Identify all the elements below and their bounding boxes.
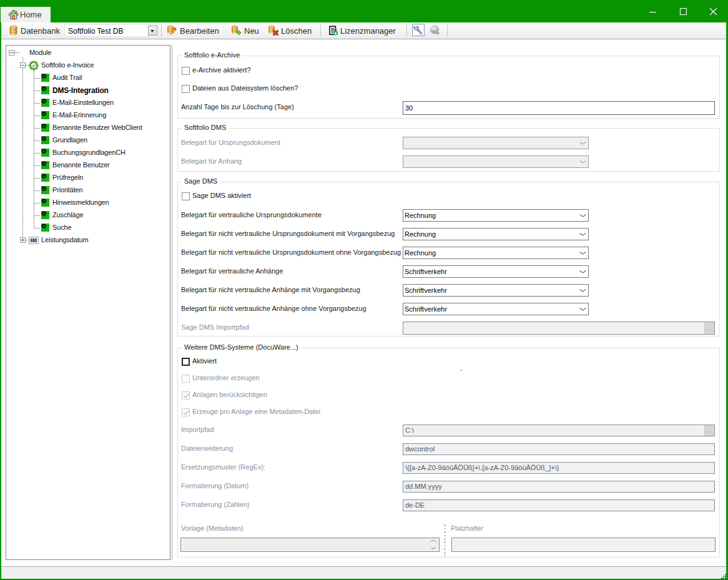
module-gear-icon	[41, 224, 49, 232]
tree-line	[26, 240, 29, 240]
toolbar-separator	[161, 24, 162, 37]
combo-sage-row-1-value: Rechnung	[405, 230, 436, 238]
tab-home[interactable]: Home	[1, 7, 51, 22]
label-sage-row-3: Belegart für vertrauliche Anhänge	[181, 267, 283, 275]
tree-expander-icon[interactable]	[20, 237, 26, 243]
tree-line	[34, 165, 40, 166]
combobox-dropdown-icon[interactable]	[148, 26, 157, 36]
checkbox-e-archive-aktiviert[interactable]	[182, 67, 190, 75]
input-dw-row-2-value: \{[a-zA-Z0-9äöüÄÖÜß]+\.[a-zA-Z0-9äöüÄÖÜß…	[405, 464, 559, 471]
einvoice-badge-icon	[29, 61, 39, 71]
input-dw-row-1-value: dwcontrol	[405, 445, 435, 453]
globe-button[interactable]	[429, 22, 441, 38]
label-dw-row-4: Formatierung (Zahlen)	[181, 501, 249, 508]
module-gear-icon	[41, 74, 49, 82]
license-manager-icon	[328, 25, 338, 36]
tree-item-priorit-ten[interactable]: Prioritäten	[0, 184, 162, 197]
checkbox-erzeuge-metadaten-datei	[182, 408, 190, 416]
vorlage-spinner[interactable]	[429, 539, 438, 552]
tree-item-buchungsgrundlagench[interactable]: BuchungsgrundlagenCH	[0, 147, 162, 159]
module-gear-icon	[41, 124, 49, 132]
module-gear-icon	[41, 99, 49, 107]
tree-item-label: Leistungsdatum	[41, 236, 89, 243]
titlebar	[0, 0, 728, 22]
tree-item-label: E-Mail-Erinnerung	[52, 111, 106, 119]
delete-database-icon	[268, 25, 278, 36]
tree-item-pr-fregeln[interactable]: Prüfregeln	[0, 172, 162, 184]
tree-item-label: Module	[29, 49, 51, 56]
label-dw-row-3: Formatierung (Datum)	[181, 482, 248, 489]
globe-icon	[429, 24, 441, 37]
tree-item-label: DMS-Integration	[52, 86, 109, 95]
label-dw-row-0: Importpfad	[181, 426, 214, 433]
tree-line	[26, 65, 29, 66]
database-combobox[interactable]: Softfolio Test DB	[64, 24, 159, 37]
module-gear-icon	[41, 74, 49, 82]
tree-item-benannte-benutzer[interactable]: Benannte Benutzer	[0, 159, 162, 172]
checkbox-aktiviert[interactable]	[182, 358, 190, 366]
combo-sage-row-0[interactable]: Rechnung	[403, 209, 589, 222]
tree-item-grundlagen[interactable]: Grundlagen	[0, 134, 162, 147]
combo-sage-row-2[interactable]: Rechnung	[403, 247, 589, 259]
checkbox-unterordner-erzeugen	[182, 375, 190, 383]
browse-button[interactable]: …	[704, 425, 714, 436]
module-gear-icon	[41, 174, 49, 182]
tree-item-softfolio-e-invoice[interactable]: Softfolio e-Invoice	[0, 59, 162, 72]
tree-item-zuschl-ge[interactable]: Zuschläge	[0, 209, 162, 222]
tree-item-e-mail-einstellungen[interactable]: E-Mail-Einstellungen	[0, 97, 162, 109]
tree-item-label: Benannte Benutzer WebClient	[52, 124, 142, 131]
maximize-button[interactable]	[674, 7, 692, 16]
tree-expander-icon[interactable]	[9, 50, 14, 56]
input-dw-row-4: de-DE	[403, 499, 715, 511]
tree-item-dms-integration[interactable]: DMS-Integration	[0, 84, 162, 97]
vertical-splitter[interactable]	[444, 524, 446, 556]
combo-sage-row-3[interactable]: Schriftverkehr	[403, 265, 589, 278]
combo-sage-row-4[interactable]: Schriftverkehr	[403, 284, 589, 297]
settings-wrench-button[interactable]	[412, 24, 425, 36]
tree-item-suche[interactable]: Suche	[0, 222, 162, 234]
combo-sage-row-5[interactable]: Schriftverkehr	[403, 303, 589, 315]
checkbox-e-archive-aktiviert-label: e-Archive aktiviert?	[192, 66, 251, 74]
chevron-down-icon	[580, 270, 586, 274]
bearbeiten-button[interactable]: Bearbeiten	[167, 22, 226, 38]
label-sage-row-1: Belegart für nicht vertrauliche Ursprung…	[181, 230, 395, 237]
groupbox-title: Weitere DMS-Systeme (DocuWare...)	[182, 343, 301, 351]
tree-splitter[interactable]	[171, 45, 174, 560]
combo-sage-row-0-value: Rechnung	[405, 212, 436, 219]
tree-item-e-mail-erinnerung[interactable]: E-Mail-Erinnerung	[0, 109, 162, 122]
minimize-button[interactable]	[643, 7, 662, 16]
tree-line	[34, 103, 40, 104]
checkbox-sage-dms-aktiviert[interactable]	[182, 192, 190, 200]
chevron-down-icon	[580, 308, 586, 312]
input-anzahl-tage[interactable]: 30	[403, 101, 715, 115]
browse-button[interactable]: …	[704, 322, 714, 334]
tree-item-hinweismeldungen[interactable]: Hinweismeldungen	[0, 197, 162, 209]
combo-sage-row-5-value: Schriftverkehr	[405, 305, 447, 313]
module-gear-icon	[41, 186, 49, 194]
tree-item-label: BuchungsgrundlagenCH	[52, 149, 125, 156]
home-icon	[8, 9, 19, 20]
tree-item-module[interactable]: Module	[0, 47, 162, 59]
tree-line	[14, 52, 19, 53]
tree-expander-icon[interactable]	[20, 62, 26, 68]
checkbox-dateien-loeschen[interactable]	[182, 85, 190, 93]
checkbox-sage-dms-aktiviert-label: Sage DMS aktiviert	[192, 192, 251, 199]
tree-item-leistungsdatum[interactable]: Leistungsdatum	[0, 234, 162, 247]
module-gear-icon	[41, 199, 49, 207]
combo-sage-row-3-value: Schriftverkehr	[405, 268, 447, 275]
combo-sage-row-1[interactable]: Rechnung	[403, 228, 589, 240]
tree-line	[34, 178, 40, 179]
tree-item-audit-trail[interactable]: Audit Trail	[0, 72, 162, 84]
resize-grip-dot[interactable]	[723, 576, 724, 577]
loeschen-button[interactable]: Löschen	[268, 22, 315, 38]
checkbox-dateien-loeschen-label: Dateien aus Dateisystem löschen?	[192, 84, 298, 92]
new-database-icon	[231, 25, 242, 36]
tree-item-benannte-benutzer-webclient[interactable]: Benannte Benutzer WebClient	[0, 122, 162, 134]
lizenzmanager-button[interactable]: Lizenzmanager	[328, 22, 403, 38]
tree-line	[34, 78, 40, 79]
tree-item-label: E-Mail-Einstellungen	[52, 99, 114, 106]
neu-button[interactable]: Neu	[231, 22, 262, 38]
close-button[interactable]	[704, 7, 722, 16]
tree-item-label: Zuschläge	[52, 211, 83, 219]
module-gear-icon	[41, 224, 49, 232]
